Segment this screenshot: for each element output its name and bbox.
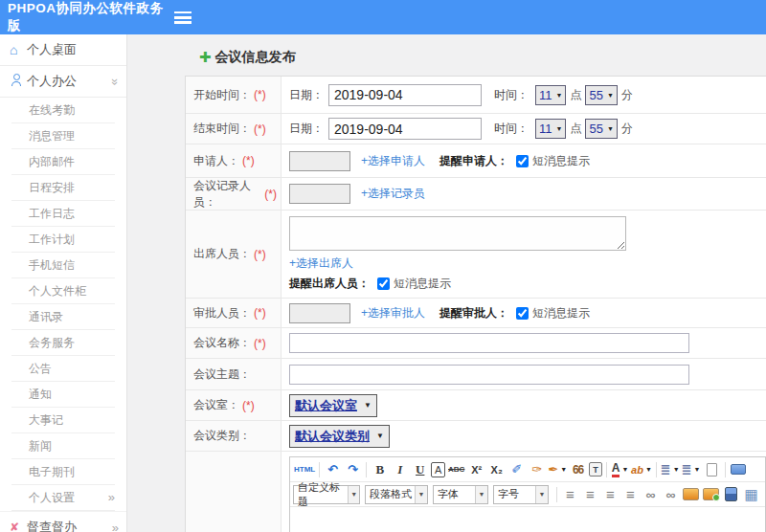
italic-icon[interactable]: I (391, 460, 409, 479)
start-hour-select[interactable]: 11 ▼ (535, 85, 566, 105)
remind-applicant-label: 提醒申请人： (439, 153, 508, 169)
paste-icon[interactable]: T (589, 462, 602, 477)
sidebar-item-notices[interactable]: 通知 (11, 382, 115, 408)
form-row-meeting-subject: 会议主题： (186, 359, 766, 390)
recorder-input[interactable] (289, 184, 350, 204)
insert-media-icon[interactable] (722, 485, 740, 504)
main-content: ✚ 会议信息发布 开始时间： (*) 日期： 时间： 11 (127, 34, 766, 532)
sidebar: ⌂ 个人桌面 个人办公 » 在线考勤 消息管理 内部邮件 日程安排 工作日志 工… (0, 34, 127, 532)
meeting-subject-label: 会议主题： (186, 359, 282, 389)
insert-link-icon[interactable]: ∞ (642, 485, 660, 504)
eraser-icon[interactable]: ✐ (507, 460, 526, 479)
caret-down-icon: ▼ (673, 466, 680, 473)
redo-icon[interactable]: ↷ (344, 460, 362, 479)
meeting-room-select[interactable]: 默认会议室 ▼ (289, 394, 377, 417)
hour-unit-label: 点 (570, 121, 581, 137)
blockquote-icon[interactable]: 66 (569, 460, 587, 479)
remind-approver-label: 提醒审批人： (439, 305, 508, 321)
start-date-input[interactable] (328, 84, 482, 106)
clear-format-icon[interactable]: ✑ (528, 460, 546, 479)
sidebar-item-e-journal[interactable]: 电子期刊 (11, 459, 115, 485)
form-row-meeting-room: 会议室： (*) 默认会议室 ▼ (186, 390, 766, 421)
required-mark: (*) (264, 188, 277, 201)
sidebar-item-news[interactable]: 新闻 (11, 433, 115, 459)
sidebar-item-settings[interactable]: 个人设置 » (11, 485, 115, 511)
sidebar-item-work-plan[interactable]: 工作计划 (11, 227, 115, 253)
html-source-icon[interactable]: HTML (294, 460, 315, 479)
sidebar-item-supervise[interactable]: ✘ 督查督办 » (0, 511, 126, 532)
editor-content-area[interactable] (290, 507, 765, 532)
align-right-icon[interactable]: ≡ (601, 485, 620, 504)
sidebar-item-memorabilia[interactable]: 大事记 (11, 408, 115, 433)
font-size-select[interactable]: 字号▼ (493, 485, 549, 504)
approver-input[interactable] (289, 303, 350, 323)
time-label: 时间： (494, 87, 529, 103)
sidebar-item-desktop[interactable]: ⌂ 个人桌面 (0, 34, 126, 66)
sidebar-item-file-cabinet[interactable]: 个人文件柜 (11, 278, 115, 304)
required-mark: (*) (254, 306, 266, 320)
remove-link-icon[interactable]: ∞ (662, 485, 680, 504)
end-minute-select[interactable]: 55 ▼ (585, 119, 617, 139)
required-mark: (*) (242, 154, 255, 167)
sidebar-item-internal-mail[interactable]: 内部邮件 (11, 149, 115, 175)
meeting-category-select[interactable]: 默认会议类别 ▼ (289, 425, 390, 448)
end-hour-select[interactable]: 11 ▼ (535, 119, 566, 139)
sidebar-item-sms[interactable]: 手机短信 (11, 253, 115, 278)
select-recorder-link[interactable]: +选择记录员 (361, 186, 425, 202)
attendees-textarea[interactable] (289, 216, 626, 251)
sidebar-item-work-log[interactable]: 工作日志 (11, 201, 115, 227)
meeting-room-label: 会议室： (*) (186, 390, 282, 420)
underline-icon[interactable]: U (411, 460, 429, 479)
font-color-icon[interactable]: A▼ (611, 460, 629, 479)
align-justify-icon[interactable]: ≡ (621, 485, 640, 504)
page-title: ✚ 会议信息发布 (199, 49, 766, 66)
bold-icon[interactable]: B (371, 460, 389, 479)
applicant-sms-checkbox[interactable] (516, 155, 529, 167)
select-applicant-link[interactable]: +选择申请人 (361, 153, 425, 169)
meeting-name-label: 会议名称： (*) (186, 328, 282, 358)
approver-sms-checkbox[interactable] (516, 307, 529, 320)
form-row-attendees: 出席人员： (*) +选择出席人 提醒出席人员： 短消息提示 (186, 211, 766, 299)
insert-image-icon[interactable] (682, 485, 700, 504)
unordered-list-icon[interactable]: ≣▼ (682, 460, 701, 479)
fullscreen-icon[interactable] (730, 460, 748, 479)
select-attendees-link[interactable]: +选择出席人 (289, 255, 353, 272)
editor-label-cell (186, 452, 282, 532)
insert-table-icon[interactable]: ▦ (742, 485, 760, 504)
sidebar-item-schedule[interactable]: 日程安排 (11, 175, 115, 201)
sidebar-item-messages[interactable]: 消息管理 (11, 123, 115, 149)
align-left-icon[interactable]: ≡ (561, 485, 579, 504)
sidebar-item-announcements[interactable]: 公告 (11, 356, 115, 382)
required-mark: (*) (254, 248, 266, 261)
font-family-select[interactable]: 字体▼ (433, 485, 488, 504)
hamburger-menu-icon[interactable] (174, 11, 192, 24)
ordered-list-icon[interactable]: ≣▼ (661, 460, 680, 479)
meeting-name-input[interactable] (289, 333, 689, 353)
start-minute-select[interactable]: 55 ▼ (585, 85, 617, 105)
new-page-icon[interactable] (703, 460, 721, 479)
strikethrough-icon[interactable]: ABC (447, 460, 465, 479)
align-center-icon[interactable]: ≡ (581, 485, 599, 504)
start-time-label: 开始时间： (*) (186, 77, 282, 113)
subscript-icon[interactable]: X₂ (487, 460, 506, 479)
end-date-input[interactable] (328, 118, 482, 140)
upload-image-icon[interactable] (702, 485, 720, 504)
superscript-icon[interactable]: X² (467, 460, 485, 479)
sidebar-item-meeting-services[interactable]: 会务服务 (11, 330, 115, 356)
applicant-input[interactable] (289, 151, 350, 171)
paragraph-format-select[interactable]: 段落格式▼ (365, 485, 428, 504)
select-approver-link[interactable]: +选择审批人 (361, 305, 425, 321)
char-border-icon[interactable]: A (431, 462, 445, 477)
sidebar-item-attendance[interactable]: 在线考勤 (11, 98, 115, 123)
highlight-color-icon[interactable]: ab▼ (631, 460, 652, 479)
sidebar-item-contacts[interactable]: 通讯录 (11, 304, 115, 330)
date-label: 日期： (289, 87, 324, 103)
custom-title-select[interactable]: 自定义标题▼ (293, 485, 360, 504)
attendees-sms-checkbox[interactable] (377, 277, 390, 290)
meeting-subject-input[interactable] (289, 365, 689, 385)
required-mark: (*) (254, 122, 266, 136)
caret-down-icon: ▼ (560, 466, 567, 473)
undo-icon[interactable]: ↶ (324, 460, 342, 479)
sidebar-item-office[interactable]: 个人办公 » (0, 66, 126, 98)
format-painter-icon[interactable]: ✒▼ (548, 460, 567, 479)
